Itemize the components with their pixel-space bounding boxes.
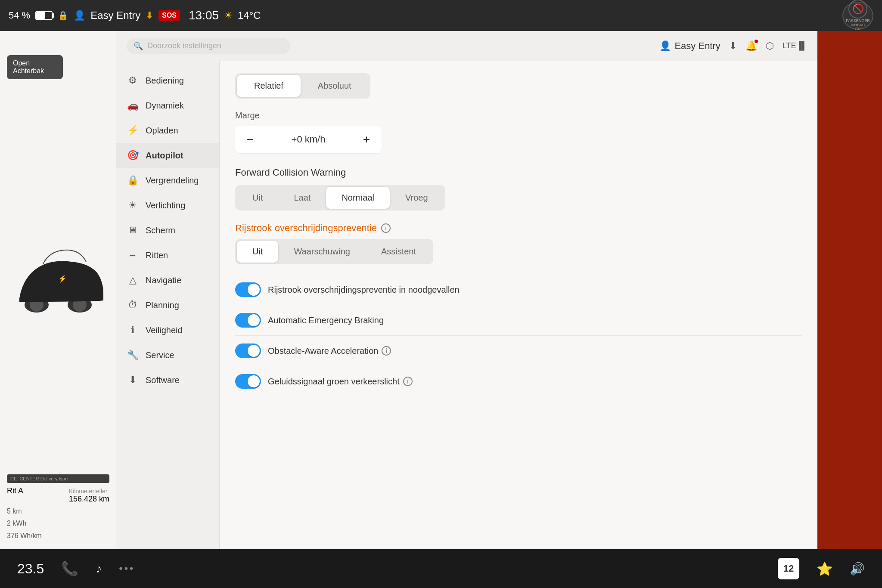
- toggle-label-obstacle-aware-container: Obstacle-Aware Acceleration i: [268, 346, 802, 356]
- toggle-label-emergency-braking: Automatic Emergency Braking: [268, 316, 802, 325]
- svg-text:⚡: ⚡: [58, 275, 67, 283]
- temperature-display: 14°C: [238, 9, 261, 22]
- marge-increase-button[interactable]: +: [351, 126, 382, 153]
- sidebar-item-scherm[interactable]: 🖥 Scherm: [116, 218, 219, 243]
- favorites-icon[interactable]: ⭐: [817, 561, 832, 576]
- toggle-geluidssignaal[interactable]: [235, 374, 261, 389]
- scherm-icon: 🖥: [127, 225, 139, 236]
- obstacle-info-icon[interactable]: i: [382, 346, 391, 356]
- taskbar: 23.5 📞 ♪ ••• 12 ⭐ 🔊: [0, 549, 882, 588]
- rijstrook-option-waarschuwing[interactable]: Waarschuwing: [278, 241, 365, 263]
- bell-icon: 🔔: [745, 40, 757, 51]
- toggle-noodgevallen[interactable]: [235, 282, 261, 297]
- sidebar-item-planning[interactable]: ⏱ Planning: [116, 293, 219, 318]
- rijstrook-options: Uit Waarschuwing Assistent: [235, 239, 433, 264]
- phone-icon[interactable]: 📞: [61, 560, 78, 577]
- toggle-row-geluidssignaal: Geluidssignaal groen verkeerslicht i: [235, 366, 802, 396]
- fcw-option-normaal[interactable]: Normaal: [326, 187, 390, 209]
- dynamiek-icon: 🚗: [127, 100, 139, 111]
- sidebar-item-label-service: Service: [146, 350, 174, 360]
- forward-collision-title: Forward Collision Warning: [235, 167, 802, 178]
- inner-header: 🔍 Doorzoek instellingen 👤 Easy Entry ⬇ 🔔…: [116, 31, 817, 61]
- toggle-label-noodgevallen: Rijstrook overschrijdingspreventie in no…: [268, 285, 802, 295]
- car-view: ⚡: [7, 79, 109, 474]
- marge-label: Marge: [235, 111, 802, 121]
- header-person-icon: 👤: [659, 40, 671, 52]
- car-silhouette: ⚡: [11, 238, 106, 316]
- status-bar-left: 54 % 🔒 👤 Easy Entry ⬇ SOS 13:05 ☀ 14°C: [9, 9, 261, 22]
- sidebar-item-navigatie[interactable]: △ Navigatie: [116, 268, 219, 293]
- fcw-option-laat[interactable]: Laat: [278, 187, 326, 209]
- fcw-option-vroeg[interactable]: Vroeg: [390, 187, 444, 209]
- battery-icon: [35, 11, 53, 20]
- right-panel-car: [817, 31, 882, 549]
- marge-value: +0 km/h: [265, 134, 351, 145]
- marge-decrease-button[interactable]: −: [235, 126, 265, 153]
- opladen-icon: ⚡: [127, 125, 139, 136]
- fcw-option-uit[interactable]: Uit: [237, 187, 278, 209]
- geluidssignaal-info-icon[interactable]: i: [403, 377, 413, 386]
- sidebar-item-dynamiek[interactable]: 🚗 Dynamiek: [116, 93, 219, 118]
- sidebar-item-service[interactable]: 🔧 Service: [116, 343, 219, 368]
- toggle-obstacle-aware[interactable]: [235, 344, 261, 358]
- ritten-icon: ↔: [127, 250, 139, 261]
- header-right: 👤 Easy Entry ⬇ 🔔 ⬡ LTE▐▌: [299, 40, 807, 52]
- search-input-placeholder: Doorzoek instellingen: [147, 41, 221, 50]
- volume-icon[interactable]: 🔊: [850, 562, 865, 576]
- toggle-emergency-braking[interactable]: [235, 313, 261, 328]
- content-body: ⚙ Bediening 🚗 Dynamiek ⚡ Opladen 🎯 Autop…: [116, 61, 817, 549]
- sidebar-item-label-navigatie: Navigatie: [146, 275, 181, 285]
- sidebar-item-label-opladen: Opladen: [146, 126, 178, 136]
- sidebar: ⚙ Bediening 🚗 Dynamiek ⚡ Opladen 🎯 Autop…: [116, 61, 220, 549]
- forward-collision-options: Uit Laat Normaal Vroeg: [235, 185, 445, 210]
- trip-stats: 5 km 2 kWh 376 Wh/km: [7, 505, 109, 542]
- sidebar-item-verlichting[interactable]: ☀ Verlichting: [116, 193, 219, 218]
- service-icon: 🔧: [127, 350, 139, 361]
- vergrendeling-icon: 🔒: [127, 175, 139, 186]
- rijstrook-header: Rijstrook overschrijdingspreventie i: [235, 223, 802, 234]
- person-icon: 👤: [74, 10, 85, 21]
- bediening-icon: ⚙: [127, 75, 139, 86]
- sidebar-item-label-vergrendeling: Vergrendeling: [146, 176, 199, 186]
- sidebar-item-vergrendeling[interactable]: 🔒 Vergrendeling: [116, 168, 219, 193]
- sidebar-item-label-veiligheid: Veiligheid: [146, 325, 183, 335]
- toggle-row-obstacle-aware: Obstacle-Aware Acceleration i: [235, 336, 802, 366]
- sidebar-item-veiligheid[interactable]: ℹ Veiligheid: [116, 318, 219, 343]
- open-achterbak-button[interactable]: Open Achterbak: [7, 55, 63, 79]
- sidebar-item-bediening[interactable]: ⚙ Bediening: [116, 68, 219, 93]
- bluetooth-icon: ⬡: [766, 40, 774, 52]
- navigatie-icon: △: [127, 275, 139, 286]
- toggle-label-geluidssignaal: Geluidssignaal groen verkeerslicht: [268, 377, 400, 387]
- sidebar-item-software[interactable]: ⬇ Software: [116, 368, 219, 393]
- header-profile[interactable]: 👤 Easy Entry: [659, 40, 720, 52]
- software-icon: ⬇: [127, 374, 139, 386]
- calendar-icon[interactable]: 12: [778, 558, 799, 579]
- search-container[interactable]: 🔍 Doorzoek instellingen: [127, 38, 290, 54]
- main-content: 🔍 Doorzoek instellingen 👤 Easy Entry ⬇ 🔔…: [116, 31, 817, 549]
- battery-fill: [36, 12, 45, 19]
- sidebar-item-label-scherm: Scherm: [146, 226, 175, 235]
- rijstrook-option-assistent[interactable]: Assistent: [366, 241, 432, 263]
- search-icon: 🔍: [134, 41, 143, 51]
- verlichting-icon: ☀: [127, 200, 139, 211]
- settings-panel: Relatief Absoluut Marge − +0 km/h + Forw…: [220, 61, 817, 549]
- status-bar-profile: Easy Entry: [90, 9, 140, 22]
- rijstrook-option-uit[interactable]: Uit: [237, 241, 278, 263]
- delivery-badge: CE_CENTER Delivery type: [7, 474, 109, 483]
- time-display: 13:05: [189, 9, 219, 22]
- toggle-relatief[interactable]: Relatief: [237, 75, 301, 97]
- notification-bell[interactable]: 🔔: [745, 40, 757, 52]
- sidebar-item-label-dynamiek: Dynamiek: [146, 101, 184, 111]
- header-download-icon: ⬇: [729, 40, 737, 52]
- airbag-label: PASSENGERAIRBAGON: [846, 19, 870, 32]
- more-apps-icon[interactable]: •••: [119, 563, 135, 575]
- rijstrook-info-icon[interactable]: i: [381, 223, 391, 233]
- sidebar-item-label-planning: Planning: [146, 300, 179, 310]
- sidebar-item-opladen[interactable]: ⚡ Opladen: [116, 118, 219, 143]
- left-panel: Open Achterbak ⚡ CE_CENTER Delivery type…: [0, 31, 116, 549]
- toggle-absoluut[interactable]: Absoluut: [301, 75, 369, 97]
- sidebar-item-ritten[interactable]: ↔ Ritten: [116, 243, 219, 268]
- music-icon[interactable]: ♪: [96, 562, 102, 576]
- sidebar-item-label-ritten: Ritten: [146, 251, 168, 260]
- sidebar-item-autopilot[interactable]: 🎯 Autopilot: [116, 143, 219, 168]
